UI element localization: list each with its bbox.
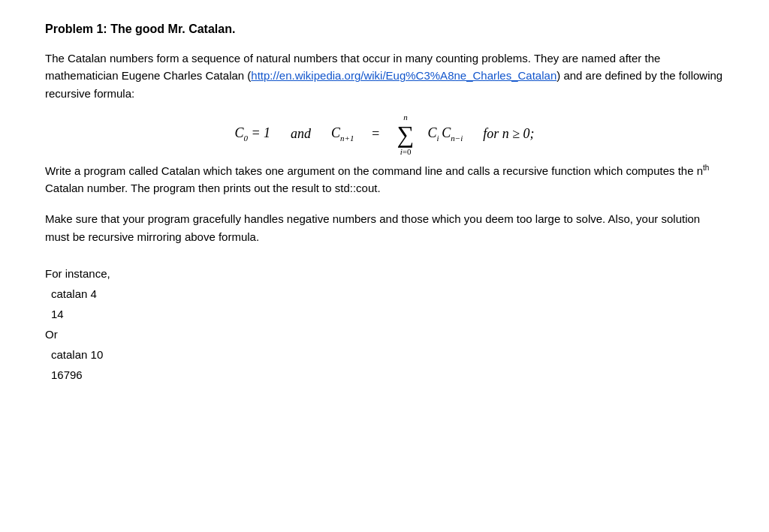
problem-title: Problem 1: The good Mr. Catalan. — [45, 23, 724, 36]
sigma-bottom: i=0 — [400, 147, 412, 156]
formula-product: Ci Cn−i — [428, 125, 463, 143]
formula-c0: C0 = 1 — [234, 125, 270, 143]
example1-result: 14 — [45, 304, 724, 324]
intro-paragraph: The Catalan numbers form a sequence of n… — [45, 50, 724, 102]
sigma-container: n ∑ i=0 — [397, 113, 415, 156]
formula-and: and — [284, 126, 318, 142]
formula-block: C0 = 1 and Cn+1 = n ∑ i=0 Ci Cn−i for n … — [45, 113, 724, 156]
formula-condition: for n ≥ 0; — [476, 126, 534, 142]
formula-cn1: Cn+1 — [331, 125, 354, 143]
wikipedia-link[interactable]: http://en.wikipedia.org/wiki/Eug%C3%A8ne… — [251, 69, 556, 82]
example2-result: 16796 — [45, 365, 724, 385]
formula-equals: = — [368, 126, 384, 142]
description-paragraph: Write a program called Catalan which tak… — [45, 162, 724, 197]
superscript-th: th — [703, 164, 709, 172]
example2-command: catalan 10 — [45, 344, 724, 365]
sigma-symbol: ∑ — [397, 122, 415, 146]
make-sure-paragraph: Make sure that your program gracefully h… — [45, 210, 724, 245]
for-instance-section: For instance, catalan 4 14 Or catalan 10… — [45, 263, 724, 385]
sigma-top: n — [403, 113, 408, 122]
example1-command: catalan 4 — [45, 284, 724, 304]
for-instance-label: For instance, — [45, 263, 724, 284]
formula-inline: C0 = 1 and Cn+1 = n ∑ i=0 Ci Cn−i for n … — [234, 113, 534, 156]
description-text-2: Catalan number. The program then prints … — [45, 182, 381, 194]
description-text-1: Write a program called Catalan which tak… — [45, 164, 703, 177]
or-label: Or — [45, 324, 724, 344]
